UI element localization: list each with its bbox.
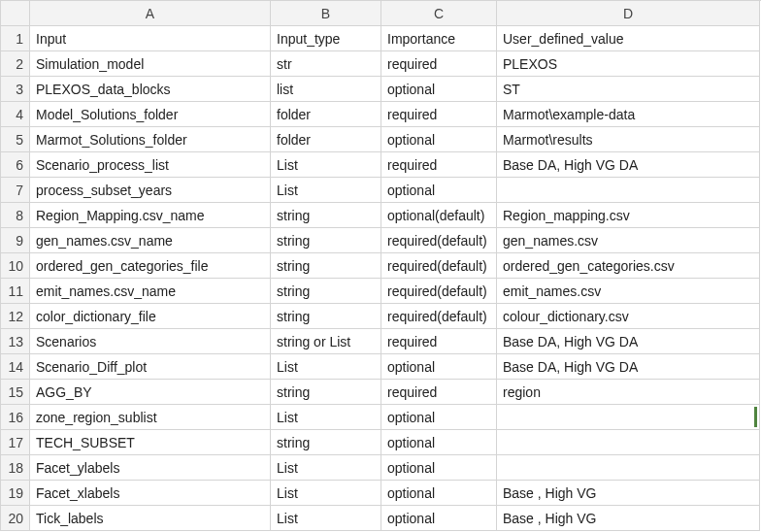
cell-d12[interactable]: colour_dictionary.csv <box>497 304 760 329</box>
cell-d19[interactable]: Base , High VG <box>497 481 760 506</box>
cell-a13[interactable]: Scenarios <box>30 329 271 354</box>
row-header-16[interactable]: 16 <box>1 405 30 430</box>
row-header-7[interactable]: 7 <box>1 178 30 203</box>
cell-b5[interactable]: folder <box>271 127 381 152</box>
cell-a7[interactable]: process_subset_years <box>30 178 271 203</box>
row-header-19[interactable]: 19 <box>1 481 30 506</box>
cell-a11[interactable]: emit_names.csv_name <box>30 279 271 304</box>
cell-c4[interactable]: required <box>381 102 497 127</box>
cell-a14[interactable]: Scenario_Diff_plot <box>30 354 271 380</box>
cell-a4[interactable]: Model_Solutions_folder <box>30 102 271 127</box>
cell-a8[interactable]: Region_Mapping.csv_name <box>30 203 271 228</box>
cell-b2[interactable]: str <box>271 51 381 77</box>
row-header-11[interactable]: 11 <box>1 279 30 304</box>
cell-b9[interactable]: string <box>271 228 381 253</box>
row-header-20[interactable]: 20 <box>1 506 30 531</box>
cell-c9[interactable]: required(default) <box>381 228 497 253</box>
cell-c12[interactable]: required(default) <box>381 304 497 329</box>
cell-b10[interactable]: string <box>271 253 381 279</box>
row-header-8[interactable]: 8 <box>1 203 30 228</box>
cell-b11[interactable]: string <box>271 279 381 304</box>
cell-d2[interactable]: PLEXOS <box>497 51 760 77</box>
cell-c3[interactable]: optional <box>381 77 497 102</box>
cell-d16[interactable] <box>497 405 760 430</box>
cell-b14[interactable]: List <box>271 354 381 380</box>
cell-a2[interactable]: Simulation_model <box>30 51 271 77</box>
cell-b20[interactable]: List <box>271 506 381 531</box>
cell-a9[interactable]: gen_names.csv_name <box>30 228 271 253</box>
spreadsheet-grid[interactable]: A B C D 1 Input Input_type Importance Us… <box>0 0 761 531</box>
row-header-13[interactable]: 13 <box>1 329 30 354</box>
cell-c17[interactable]: optional <box>381 430 497 455</box>
row-header-10[interactable]: 10 <box>1 253 30 279</box>
row-header-5[interactable]: 5 <box>1 127 30 152</box>
cell-c7[interactable]: optional <box>381 178 497 203</box>
cell-a6[interactable]: Scenario_process_list <box>30 152 271 178</box>
row-header-4[interactable]: 4 <box>1 102 30 127</box>
cell-a16[interactable]: zone_region_sublist <box>30 405 271 430</box>
row-header-6[interactable]: 6 <box>1 152 30 178</box>
cell-a12[interactable]: color_dictionary_file <box>30 304 271 329</box>
cell-c5[interactable]: optional <box>381 127 497 152</box>
cell-d8[interactable]: Region_mapping.csv <box>497 203 760 228</box>
cell-b17[interactable]: string <box>271 430 381 455</box>
cell-c10[interactable]: required(default) <box>381 253 497 279</box>
row-header-14[interactable]: 14 <box>1 354 30 380</box>
cell-d5[interactable]: Marmot\results <box>497 127 760 152</box>
cell-b1[interactable]: Input_type <box>271 26 381 51</box>
cell-c15[interactable]: required <box>381 380 497 405</box>
col-header-d[interactable]: D <box>497 1 760 26</box>
cell-b19[interactable]: List <box>271 481 381 506</box>
cell-c13[interactable]: required <box>381 329 497 354</box>
cell-a17[interactable]: TECH_SUBSET <box>30 430 271 455</box>
cell-a1[interactable]: Input <box>30 26 271 51</box>
row-header-1[interactable]: 1 <box>1 26 30 51</box>
row-header-17[interactable]: 17 <box>1 430 30 455</box>
cell-d9[interactable]: gen_names.csv <box>497 228 760 253</box>
cell-d4[interactable]: Marmot\example-data <box>497 102 760 127</box>
cell-b16[interactable]: List <box>271 405 381 430</box>
cell-c11[interactable]: required(default) <box>381 279 497 304</box>
cell-a20[interactable]: Tick_labels <box>30 506 271 531</box>
cell-d3[interactable]: ST <box>497 77 760 102</box>
col-header-c[interactable]: C <box>381 1 497 26</box>
cell-b18[interactable]: List <box>271 455 381 481</box>
cell-d14[interactable]: Base DA, High VG DA <box>497 354 760 380</box>
cell-a18[interactable]: Facet_ylabels <box>30 455 271 481</box>
cell-d17[interactable] <box>497 430 760 455</box>
cell-c18[interactable]: optional <box>381 455 497 481</box>
cell-c14[interactable]: optional <box>381 354 497 380</box>
row-header-9[interactable]: 9 <box>1 228 30 253</box>
cell-d18[interactable] <box>497 455 760 481</box>
cell-c6[interactable]: required <box>381 152 497 178</box>
cell-d11[interactable]: emit_names.csv <box>497 279 760 304</box>
cell-b6[interactable]: List <box>271 152 381 178</box>
cell-b4[interactable]: folder <box>271 102 381 127</box>
cell-d15[interactable]: region <box>497 380 760 405</box>
cell-d13[interactable]: Base DA, High VG DA <box>497 329 760 354</box>
cell-a15[interactable]: AGG_BY <box>30 380 271 405</box>
cell-b7[interactable]: List <box>271 178 381 203</box>
cell-b12[interactable]: string <box>271 304 381 329</box>
cell-c19[interactable]: optional <box>381 481 497 506</box>
cell-d20[interactable]: Base , High VG <box>497 506 760 531</box>
cell-c1[interactable]: Importance <box>381 26 497 51</box>
cell-b3[interactable]: list <box>271 77 381 102</box>
cell-b13[interactable]: string or List <box>271 329 381 354</box>
cell-a5[interactable]: Marmot_Solutions_folder <box>30 127 271 152</box>
cell-d10[interactable]: ordered_gen_categories.csv <box>497 253 760 279</box>
cell-a3[interactable]: PLEXOS_data_blocks <box>30 77 271 102</box>
row-header-15[interactable]: 15 <box>1 380 30 405</box>
row-header-2[interactable]: 2 <box>1 51 30 77</box>
select-all-corner[interactable] <box>1 1 30 26</box>
cell-c20[interactable]: optional <box>381 506 497 531</box>
cell-b15[interactable]: string <box>271 380 381 405</box>
col-header-a[interactable]: A <box>30 1 271 26</box>
cell-c8[interactable]: optional(default) <box>381 203 497 228</box>
row-header-3[interactable]: 3 <box>1 77 30 102</box>
col-header-b[interactable]: B <box>271 1 381 26</box>
cell-d7[interactable] <box>497 178 760 203</box>
cell-c2[interactable]: required <box>381 51 497 77</box>
row-header-18[interactable]: 18 <box>1 455 30 481</box>
cell-d1[interactable]: User_defined_value <box>497 26 760 51</box>
